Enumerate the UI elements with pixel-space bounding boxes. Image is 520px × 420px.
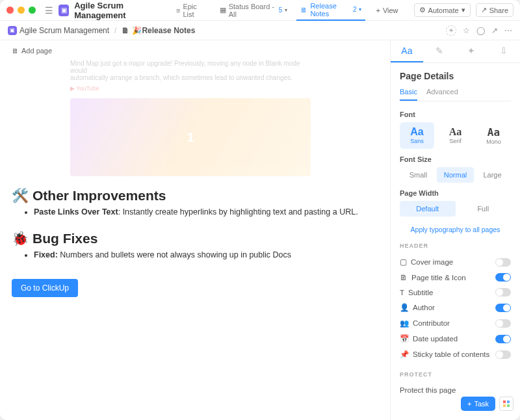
- breadcrumb-root[interactable]: ▣ Agile Scrum Management: [8, 26, 109, 35]
- grid-icon: [502, 400, 510, 408]
- automate-button[interactable]: ⚙ Automate ▾: [414, 3, 471, 17]
- toggle-page-title-icon[interactable]: [495, 273, 511, 282]
- font-size-normal[interactable]: Normal: [437, 167, 474, 183]
- svg-rect-3: [507, 404, 510, 407]
- side-tab-ai[interactable]: ✦: [456, 40, 488, 62]
- improvement-item: Paste Links Over Text: Instantly create …: [34, 207, 378, 217]
- page-width-label: Page Width: [400, 189, 511, 197]
- row-label: Subtitle: [408, 289, 433, 296]
- toggle-date-updated[interactable]: [495, 335, 511, 343]
- section-bugs-heading: 🐞 Bug Fixes: [12, 231, 378, 246]
- header-row: TSubtitle: [400, 285, 511, 300]
- row-icon: 🗎: [400, 274, 408, 282]
- page-width-full[interactable]: Full: [456, 201, 512, 217]
- chevron-down-icon: ▾: [285, 7, 287, 13]
- side-tab-export[interactable]: ⇩: [488, 40, 520, 62]
- header-row: 👤Author: [400, 300, 511, 315]
- bug-item: Fixed: Numbers and bullets were not alwa…: [34, 250, 378, 259]
- breadcrumb-separator: /: [114, 26, 116, 35]
- tab-badge: 5: [279, 7, 283, 14]
- section-improvements-heading: 🛠️ Other Improvements: [12, 188, 378, 203]
- page-width-default[interactable]: Default: [400, 201, 456, 217]
- board-icon: ▦: [220, 6, 226, 14]
- chevron-down-icon: ▾: [359, 7, 361, 12]
- row-icon: 📅: [400, 334, 409, 343]
- header-row: 📅Date updated: [400, 331, 511, 347]
- row-label: Contributor: [413, 319, 450, 327]
- window-close[interactable]: [6, 7, 14, 14]
- svg-rect-2: [503, 404, 506, 407]
- app-title: Agile Scrum Management: [74, 1, 167, 20]
- svg-rect-0: [503, 400, 506, 403]
- toggle-contributor[interactable]: [495, 319, 511, 328]
- share-icon: ↗: [481, 6, 487, 14]
- tab-status-board[interactable]: ▦ Status Board - All 5 ▾: [216, 0, 292, 21]
- sun-icon[interactable]: ☀: [446, 25, 456, 36]
- row-icon: 📌: [400, 350, 409, 359]
- breadcrumb-current[interactable]: 🗎 🎉Release Notes: [122, 26, 195, 35]
- tab-badge: 2: [353, 6, 357, 13]
- protect-page-label: Protect this page: [400, 386, 456, 394]
- menu-icon[interactable]: ☰: [45, 5, 53, 16]
- row-label: Page title & Icon: [411, 274, 466, 282]
- side-tab-typography[interactable]: Aa: [391, 40, 423, 62]
- star-icon[interactable]: ☆: [463, 26, 470, 35]
- subtab-advanced[interactable]: Advanced: [426, 88, 458, 101]
- bug-icon: 🐞: [12, 231, 29, 246]
- video-thumbnail[interactable]: 1: [70, 98, 311, 176]
- robot-icon: ⚙: [419, 6, 426, 14]
- window-zoom[interactable]: [29, 7, 36, 14]
- font-mono[interactable]: AaMono: [476, 122, 511, 149]
- page-details-title: Page Details: [400, 71, 511, 81]
- font-size-small[interactable]: Small: [400, 167, 437, 183]
- apply-typography-link[interactable]: Apply typography to all pages: [400, 226, 511, 233]
- header-row: ▢Cover image: [400, 254, 511, 270]
- font-serif[interactable]: AaSerif: [438, 122, 473, 149]
- list-icon: ≡: [176, 7, 180, 14]
- doc-icon: 🗎: [300, 6, 307, 14]
- app-icon: ▣: [58, 5, 69, 16]
- go-to-clickup-button[interactable]: Go to ClickUp: [12, 279, 78, 297]
- toggle-sticky-table-of-contents[interactable]: [495, 350, 511, 359]
- row-icon: 👥: [400, 319, 409, 328]
- tab-epic-list[interactable]: ≡ Epic List: [172, 0, 211, 21]
- window-minimize[interactable]: [18, 7, 25, 14]
- toggle-author[interactable]: [495, 304, 511, 312]
- font-sans[interactable]: AaSans: [400, 122, 434, 149]
- toggle-cover-image[interactable]: [495, 258, 511, 267]
- side-tab-templates[interactable]: ✎: [423, 40, 456, 62]
- row-icon: ▢: [400, 257, 407, 267]
- tools-icon: 🛠️: [12, 188, 29, 203]
- more-icon[interactable]: ⋯: [504, 26, 512, 35]
- add-page-button[interactable]: 🗎 Add page: [12, 47, 378, 55]
- row-label: Author: [413, 304, 435, 311]
- add-view-button[interactable]: + View: [370, 4, 403, 17]
- chevron-down-icon: ▾: [462, 6, 465, 14]
- tab-release-notes[interactable]: 🗎 Release Notes 2 ▾: [296, 0, 365, 21]
- header-row: 🗎Page title & Icon: [400, 270, 511, 285]
- tab-label: Status Board - All: [229, 3, 276, 18]
- header-section-label: HEADER: [400, 243, 511, 249]
- new-task-button[interactable]: + Task: [461, 397, 495, 411]
- row-icon: T: [400, 289, 404, 296]
- font-size-label: Font Size: [400, 155, 511, 163]
- link-icon[interactable]: ↗: [491, 26, 498, 35]
- header-row: 👥Contributor: [400, 315, 511, 331]
- row-icon: 👤: [400, 303, 409, 312]
- plus-icon: 🗎: [12, 47, 19, 55]
- protect-section-label: PROTECT: [400, 371, 511, 378]
- app-icon: ▣: [8, 26, 17, 35]
- faded-content: Mind Map just got a major upgrade! Previ…: [70, 60, 317, 176]
- comment-icon[interactable]: ◯: [476, 26, 485, 35]
- row-label: Sticky table of contents: [413, 350, 489, 358]
- share-button[interactable]: ↗ Share: [476, 3, 514, 17]
- tab-label: Release Notes: [310, 2, 350, 18]
- font-label: Font: [400, 111, 511, 118]
- subtab-basic[interactable]: Basic: [400, 88, 417, 101]
- font-size-large[interactable]: Large: [474, 167, 511, 183]
- tab-label: Epic List: [183, 3, 206, 18]
- row-label: Date updated: [413, 335, 458, 343]
- toggle-subtitle[interactable]: [495, 288, 511, 296]
- doc-icon: 🗎: [122, 26, 129, 35]
- apps-button[interactable]: [499, 397, 514, 411]
